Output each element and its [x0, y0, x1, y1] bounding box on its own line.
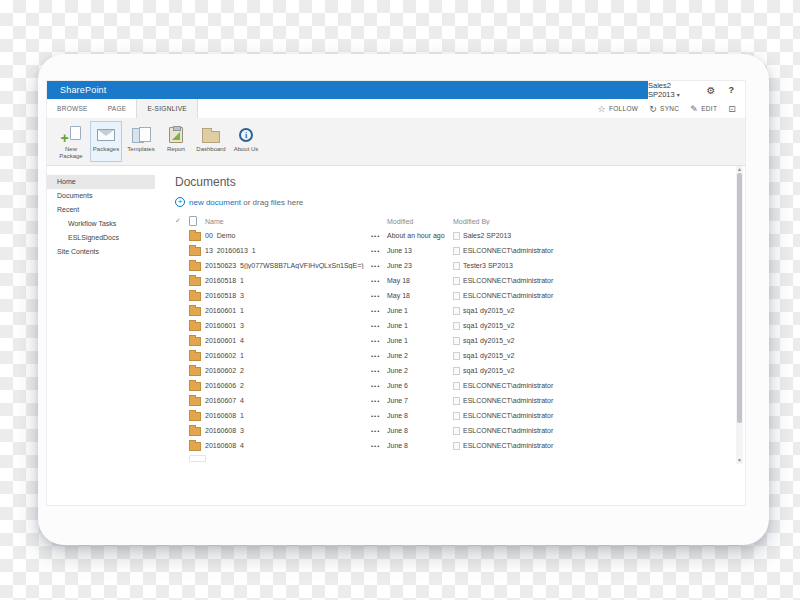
table-row[interactable]: 20160606_2 ••• June 6 ESLCONNECT\adminis… — [173, 378, 745, 393]
table-row[interactable]: 20160608_1 ••• June 8 ESLCONNECT\adminis… — [173, 408, 745, 423]
dashboard-button[interactable]: Dashboard — [195, 121, 227, 162]
table-row[interactable]: 20160601_3 ••• June 1 sqa1 dy2015_v2 — [173, 318, 745, 333]
table-row[interactable]: 20160601_4 ••• June 1 sqa1 dy2015_v2 — [173, 333, 745, 348]
packages-button[interactable]: Packages — [90, 121, 122, 162]
sidebar-item-eslsigneddocs[interactable]: ESLSignedDocs — [47, 231, 155, 245]
row-actions-ellipsis[interactable]: ••• — [371, 443, 387, 449]
row-actions-ellipsis[interactable]: ••• — [371, 413, 387, 419]
tab-page[interactable]: PAGE — [98, 99, 137, 118]
row-actions-ellipsis[interactable]: ••• — [371, 368, 387, 374]
new-package-button[interactable]: + New Package — [55, 121, 87, 162]
row-actions-ellipsis[interactable]: ••• — [371, 248, 387, 254]
person-icon — [453, 307, 460, 315]
scrollbar-thumb[interactable] — [737, 173, 742, 423]
tab-browse[interactable]: BROWSE — [47, 99, 98, 118]
document-name-link[interactable]: 20160602_1 — [205, 352, 371, 359]
user-menu[interactable]: Sales2 SP2013 ▾ — [648, 81, 694, 99]
sidebar-item-workflow-tasks[interactable]: Workflow Tasks — [47, 217, 155, 231]
document-name-link[interactable]: 00_Demo — [205, 232, 371, 239]
modified-by-link[interactable]: Sales2 SP2013 — [463, 232, 511, 239]
row-actions-ellipsis[interactable]: ••• — [371, 263, 387, 269]
modified-by-link[interactable]: Tester3 SP2013 — [463, 262, 513, 269]
sidebar-item-documents[interactable]: Documents — [47, 189, 155, 203]
about-us-button[interactable]: i About Us — [230, 121, 262, 162]
person-icon — [453, 382, 460, 390]
column-header-name[interactable]: Name — [205, 218, 371, 225]
table-row[interactable]: 20150623_5(jy077WS8B7LAgVFIHvQLxSn1SgE=)… — [173, 258, 745, 273]
table-row[interactable]: 20160602_2 ••• June 2 sqa1 dy2015_v2 — [173, 363, 745, 378]
modified-by-link[interactable]: sqa1 dy2015_v2 — [463, 307, 514, 314]
row-actions-ellipsis[interactable]: ••• — [371, 308, 387, 314]
modified-by-link[interactable]: sqa1 dy2015_v2 — [463, 322, 514, 329]
document-name-link[interactable]: 20160608_3 — [205, 427, 371, 434]
new-document-link[interactable]: new document — [189, 198, 241, 207]
modified-by-link[interactable]: ESLCONNECT\administrator — [463, 412, 553, 419]
table-row[interactable]: 20160602_1 ••• June 2 sqa1 dy2015_v2 — [173, 348, 745, 363]
help-icon[interactable]: ? — [729, 85, 735, 95]
table-row[interactable]: 20160518_1 ••• May 18 ESLCONNECT\adminis… — [173, 273, 745, 288]
document-name-link[interactable]: 20160608_4 — [205, 442, 371, 449]
vertical-scrollbar[interactable]: ▲ ▼ — [736, 166, 743, 464]
modified-by-link[interactable]: ESLCONNECT\administrator — [463, 277, 553, 284]
table-row[interactable]: 20160608_4 ••• June 8 ESLCONNECT\adminis… — [173, 438, 745, 453]
sidebar-item-recent[interactable]: Recent — [47, 203, 155, 217]
pencil-icon: ✎ — [690, 104, 698, 114]
row-actions-ellipsis[interactable]: ••• — [371, 398, 387, 404]
tab-e-signlive[interactable]: E-SIGNLIVE — [136, 99, 197, 118]
table-row[interactable]: 20160608_3 ••• June 8 ESLCONNECT\adminis… — [173, 423, 745, 438]
table-row[interactable]: 00_Demo ••• About an hour ago Sales2 SP2… — [173, 228, 745, 243]
edit-button[interactable]: ✎ EDIT — [690, 104, 717, 114]
document-name-link[interactable]: 20160601_4 — [205, 337, 371, 344]
document-name-link[interactable]: 20160607_4 — [205, 397, 371, 404]
edit-label: EDIT — [701, 105, 717, 112]
column-header-modified[interactable]: Modified — [387, 218, 453, 225]
report-button[interactable]: Report — [160, 121, 192, 162]
row-actions-ellipsis[interactable]: ••• — [371, 353, 387, 359]
select-all-checkmark[interactable]: ✓ — [173, 217, 189, 225]
modified-by-link[interactable]: ESLCONNECT\administrator — [463, 397, 553, 404]
document-name-link[interactable]: 20160601_3 — [205, 322, 371, 329]
row-actions-ellipsis[interactable]: ••• — [371, 278, 387, 284]
gear-icon[interactable]: ⚙ — [707, 85, 716, 96]
sidebar-item-site-contents[interactable]: Site Contents — [47, 245, 155, 259]
scroll-up-arrow-icon[interactable]: ▲ — [737, 166, 742, 173]
document-name-link[interactable]: 20150623_5(jy077WS8B7LAgVFIHvQLxSn1SgE=) — [205, 262, 371, 269]
modified-by-link[interactable]: sqa1 dy2015_v2 — [463, 352, 514, 359]
ribbon: + New Package Packages Templates Report — [47, 118, 745, 166]
modified-by-link[interactable]: sqa1 dy2015_v2 — [463, 337, 514, 344]
table-row[interactable]: 20160601_1 ••• June 1 sqa1 dy2015_v2 — [173, 303, 745, 318]
document-name-link[interactable]: 13_20160613_1 — [205, 247, 371, 254]
scroll-down-arrow-icon[interactable]: ▼ — [737, 457, 742, 464]
row-actions-ellipsis[interactable]: ••• — [371, 383, 387, 389]
row-actions-ellipsis[interactable]: ••• — [371, 428, 387, 434]
sidebar-item-home[interactable]: Home — [47, 175, 155, 189]
row-actions-ellipsis[interactable]: ••• — [371, 323, 387, 329]
sharepoint-window: SharePoint Sales2 SP2013 ▾ ⚙ ? BROWSE PA… — [47, 81, 745, 505]
table-row[interactable]: 20160607_4 ••• June 7 ESLCONNECT\adminis… — [173, 393, 745, 408]
document-name-link[interactable]: 20160518_1 — [205, 277, 371, 284]
follow-button[interactable]: ☆ FOLLOW — [598, 104, 639, 114]
modified-by-link[interactable]: ESLCONNECT\administrator — [463, 247, 553, 254]
modified-by-link[interactable]: ESLCONNECT\administrator — [463, 292, 553, 299]
templates-button[interactable]: Templates — [125, 121, 157, 162]
row-actions-ellipsis[interactable]: ••• — [371, 233, 387, 239]
sharepoint-logo[interactable]: SharePoint — [60, 85, 107, 95]
table-row[interactable]: 20160518_3 ••• May 18 ESLCONNECT\adminis… — [173, 288, 745, 303]
table-row[interactable]: 13_20160613_1 ••• June 13 ESLCONNECT\adm… — [173, 243, 745, 258]
column-header-modified-by[interactable]: Modified By — [453, 218, 745, 225]
modified-by-link[interactable]: ESLCONNECT\administrator — [463, 427, 553, 434]
document-name-link[interactable]: 20160606_2 — [205, 382, 371, 389]
row-actions-ellipsis[interactable]: ••• — [371, 293, 387, 299]
folder-icon — [189, 232, 201, 241]
focus-mode-button[interactable]: ⊡ — [728, 104, 736, 114]
sync-button[interactable]: ↻ SYNC — [649, 104, 679, 114]
modified-by-link[interactable]: ESLCONNECT\administrator — [463, 442, 553, 449]
row-actions-ellipsis[interactable]: ••• — [371, 338, 387, 344]
folder-icon — [189, 322, 201, 331]
modified-by-link[interactable]: ESLCONNECT\administrator — [463, 382, 553, 389]
document-name-link[interactable]: 20160608_1 — [205, 412, 371, 419]
modified-by-link[interactable]: sqa1 dy2015_v2 — [463, 367, 514, 374]
document-name-link[interactable]: 20160518_3 — [205, 292, 371, 299]
document-name-link[interactable]: 20160602_2 — [205, 367, 371, 374]
document-name-link[interactable]: 20160601_1 — [205, 307, 371, 314]
